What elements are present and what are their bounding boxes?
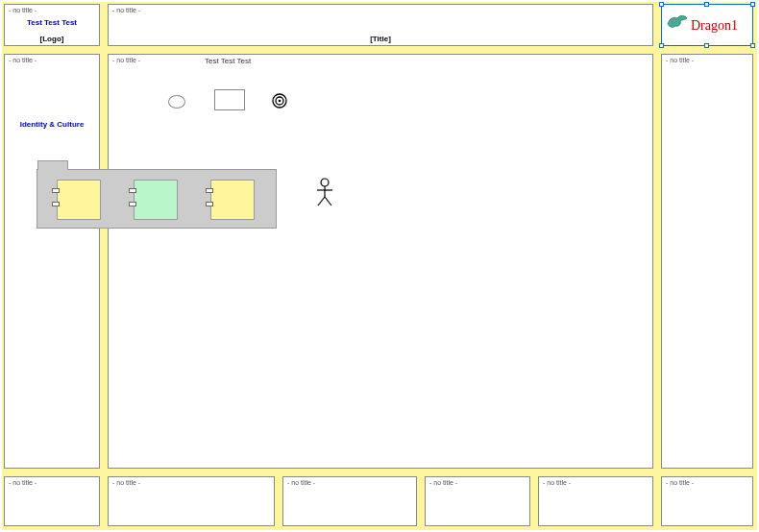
- panel-label: - no title -: [429, 479, 457, 486]
- component-group[interactable]: [37, 169, 277, 229]
- mid-center-header: Test Test Test: [205, 57, 251, 65]
- panel-bottom-3[interactable]: - no title -: [425, 476, 530, 526]
- svg-line-6: [318, 197, 325, 206]
- selection-handle-sw[interactable]: [659, 43, 664, 48]
- panel-label: - no title -: [112, 57, 140, 63]
- panel-mid-left[interactable]: - no title - Identity & Culture: [4, 54, 100, 469]
- component-port[interactable]: [129, 202, 136, 206]
- component-port[interactable]: [52, 188, 60, 193]
- target-icon[interactable]: [272, 93, 287, 109]
- component-group-tab: [37, 160, 68, 170]
- svg-point-3: [321, 179, 329, 186]
- panel-bottom-0[interactable]: - no title -: [4, 476, 100, 526]
- logo-placeholder: [Logo]: [5, 35, 99, 43]
- component-box-2[interactable]: [134, 180, 178, 220]
- panel-label: - no title -: [666, 479, 694, 486]
- panel-label: - no title -: [9, 7, 37, 13]
- component-port[interactable]: [206, 202, 213, 206]
- panel-label: - no title -: [666, 57, 694, 63]
- selection-handle-n[interactable]: [704, 2, 709, 7]
- brand-text: Dragon1: [691, 18, 738, 34]
- panel-label: - no title -: [543, 479, 571, 486]
- panel-label: - no title -: [9, 57, 37, 63]
- panel-top-right-selected[interactable]: Dragon1: [661, 4, 753, 46]
- selection-handle-s[interactable]: [704, 43, 709, 48]
- svg-point-2: [279, 100, 282, 103]
- person-icon[interactable]: [314, 178, 335, 206]
- dragon-icon: [666, 11, 689, 34]
- component-port[interactable]: [206, 188, 213, 193]
- panel-top-left[interactable]: - no title - Test Test Test [Logo]: [4, 4, 100, 46]
- selection-handle-nw[interactable]: [659, 2, 664, 7]
- component-port[interactable]: [52, 202, 60, 206]
- component-box-3[interactable]: [210, 180, 255, 220]
- panel-label: - no title -: [287, 479, 315, 486]
- panel-label: - no title -: [112, 7, 140, 13]
- title-placeholder: [Title]: [109, 35, 652, 43]
- selection-handle-se[interactable]: [750, 43, 755, 48]
- component-port[interactable]: [129, 188, 136, 193]
- top-left-content: Test Test Test: [5, 18, 99, 27]
- panel-label: - no title -: [9, 479, 37, 486]
- shape-ellipse[interactable]: [168, 95, 185, 109]
- svg-line-7: [325, 197, 331, 206]
- panel-top-center[interactable]: - no title - [Title]: [108, 4, 653, 46]
- panel-bottom-5[interactable]: - no title -: [661, 476, 753, 526]
- panel-mid-right[interactable]: - no title -: [661, 54, 753, 469]
- selection-handle-ne[interactable]: [750, 2, 755, 7]
- component-box-1[interactable]: [57, 180, 101, 220]
- panel-bottom-4[interactable]: - no title -: [538, 476, 653, 526]
- panel-bottom-1[interactable]: - no title -: [108, 476, 275, 526]
- shape-rectangle[interactable]: [214, 89, 245, 110]
- panel-bottom-2[interactable]: - no title -: [282, 476, 417, 526]
- mid-left-content: Identity & Culture: [5, 120, 99, 129]
- panel-label: - no title -: [112, 479, 140, 486]
- panel-mid-center[interactable]: - no title - Test Test Test: [108, 54, 653, 469]
